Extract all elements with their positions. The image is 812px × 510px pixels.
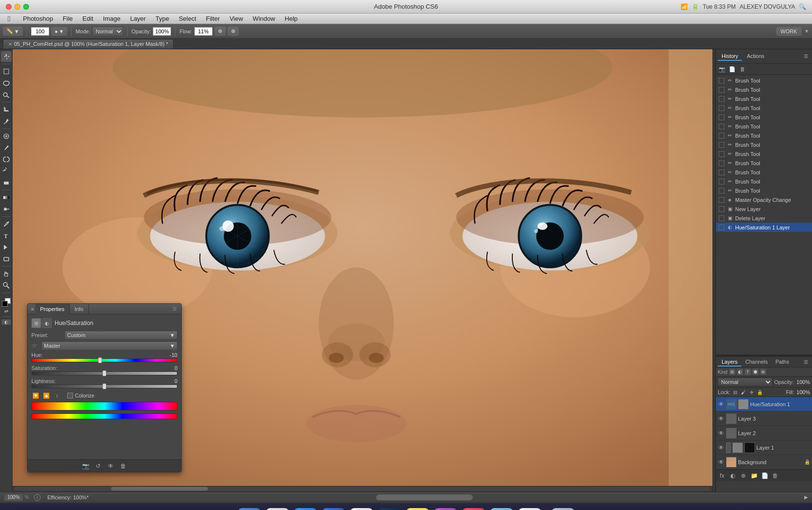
layers-tab[interactable]: Layers [718,358,741,367]
paths-tab[interactable]: Paths [772,358,793,367]
lock-transparent-icon[interactable]: ⊟ [732,389,739,396]
hue-slider-track[interactable] [31,358,177,362]
dock-safari[interactable] [265,507,290,510]
hand-tool[interactable] [1,269,12,279]
menu-image[interactable]: Image [99,14,124,23]
dock-chrome[interactable] [349,507,374,510]
menu-edit[interactable]: Edit [79,14,97,23]
pen-tool[interactable] [1,219,12,229]
mask-icon-btn[interactable]: ◐ [42,318,52,328]
history-brush-tool[interactable] [1,166,12,176]
eyedropper-add-btn[interactable]: 🔽 [31,391,40,400]
layer-blend-mode-select[interactable]: Normal Multiply Screen [718,378,772,386]
history-item-newlayer[interactable]: ▣ New Layer [716,204,812,213]
layer-visibility-eye[interactable]: 👁 [718,415,725,422]
dock-sticky[interactable] [405,507,430,510]
history-item[interactable]: ✏ Brush Tool [716,168,812,177]
eyedropper-sub-btn[interactable]: 🔼 [42,391,51,400]
history-item[interactable]: ✏ Brush Tool [716,113,812,122]
dock-music[interactable]: ♫ [461,507,486,510]
sample-color-btn[interactable]: ☞ [31,342,38,350]
panel-reset-btn[interactable]: ↺ [94,462,102,470]
lock-position-icon[interactable]: ✛ [748,389,755,396]
history-item-opacity[interactable]: ◈ Master Opacity Change [716,195,812,204]
layer-adjustment-btn[interactable]: ⊕ [739,471,748,480]
workspace-label[interactable]: WORK [776,27,801,36]
workspace-dropdown-icon[interactable]: ▼ [804,28,809,34]
mac-window-controls[interactable] [6,4,29,10]
layer-fx-btn[interactable]: fx [718,471,726,480]
menu-window[interactable]: Window [249,14,279,23]
history-item[interactable]: ✏ Brush Tool [716,158,812,168]
history-item[interactable]: ✏ Brush Tool [716,149,812,158]
dock-photoshop[interactable]: Ps [377,507,402,510]
history-item[interactable]: ✏ Brush Tool [716,177,812,186]
flow-input[interactable] [194,27,213,36]
dock-finder[interactable] [237,507,262,510]
layers-panel-menu[interactable]: ☰ [802,358,810,366]
brush-size-picker[interactable]: ● ▼ [51,27,68,36]
layer-group-btn[interactable]: 📁 [750,471,758,480]
hue-slider-thumb[interactable] [98,357,102,363]
saturation-slider-track[interactable] [31,371,177,375]
maximize-button[interactable] [23,4,29,10]
marquee-tool[interactable] [1,66,12,77]
search-icon[interactable]: 🔍 [799,3,806,10]
filter-pixel-icon[interactable]: ⊞ [729,368,736,375]
history-delete[interactable]: 🗑 [738,65,747,73]
hscroll-thumb[interactable] [376,495,473,500]
menu-type[interactable]: Type [152,14,173,23]
history-item[interactable]: ✏ Brush Tool [716,94,812,103]
layer-visibility-eye[interactable]: 👁 [718,444,725,451]
dock-iphoto[interactable] [489,507,514,510]
eyedropper-range-btn[interactable]: ↕ [53,391,61,400]
history-item-huesat[interactable]: ◐ Hue/Saturation 1 Layer [716,223,812,232]
history-item[interactable]: ✏ Brush Tool [716,76,812,85]
shape-tool[interactable] [1,254,12,264]
quick-selection-tool[interactable] [1,89,12,100]
layer-opacity-value[interactable]: 100% [796,379,810,385]
menu-select[interactable]: Select [175,14,200,23]
lock-image-icon[interactable]: 🖌 [740,389,747,396]
canvas-area[interactable]: ✕ Properties Info ☰ ⊞ ◐ Hue/Saturation [13,49,712,492]
lasso-tool[interactable] [1,78,12,88]
info-tab[interactable]: Info [70,304,88,314]
layer-visibility-eye[interactable]: 👁 [718,459,725,466]
text-tool[interactable]: T [1,230,12,241]
layer-background[interactable]: 👁 Background 🔒 [716,455,812,469]
history-panel-menu[interactable]: ☰ [802,53,810,60]
brush-size-input[interactable] [31,27,49,36]
canvas-hscroll-thumb[interactable] [111,487,208,491]
lightness-slider-track[interactable] [31,384,177,388]
dock-podcast[interactable] [433,507,458,510]
move-tool[interactable] [1,51,12,62]
status-info-btn[interactable]: i [34,494,41,501]
menu-layer[interactable]: Layer [126,14,150,23]
color-swatch-container[interactable] [1,297,12,308]
menu-photoshop[interactable]: Photoshop [19,14,57,23]
dock-trash[interactable] [551,507,576,510]
dock-contacts[interactable] [517,507,542,510]
panel-menu-icon[interactable]: ☰ [171,305,178,313]
menu-file[interactable]: File [59,14,77,23]
lock-all-icon[interactable]: 🔒 [756,389,763,396]
foreground-color-swatch[interactable] [2,301,8,307]
eraser-tool[interactable] [1,177,12,188]
dodge-tool[interactable] [1,204,12,214]
brush-tool[interactable] [1,142,12,153]
next-frame-btn[interactable]: ▶ [804,495,808,500]
clone-stamp-tool[interactable] [1,154,12,165]
airbrush-toggle[interactable]: ⊕ [215,27,226,36]
layer-new-btn[interactable]: 📄 [760,471,769,480]
panel-snapshot-btn[interactable]: 📷 [81,462,90,470]
canvas-hscrollbar[interactable] [13,486,712,492]
crop-tool[interactable] [1,104,12,115]
history-item[interactable]: ✏ Brush Tool [716,122,812,131]
history-item[interactable]: ✏ Brush Tool [716,140,812,149]
filter-adjustment-icon[interactable]: ◐ [737,368,743,375]
filter-type-icon[interactable]: T [744,368,751,375]
channel-dropdown[interactable]: Master ▼ [42,341,177,350]
eyedropper-tool[interactable] [1,116,12,127]
menu-view[interactable]: View [226,14,247,23]
layer-mask-btn[interactable]: ◐ [728,471,737,480]
